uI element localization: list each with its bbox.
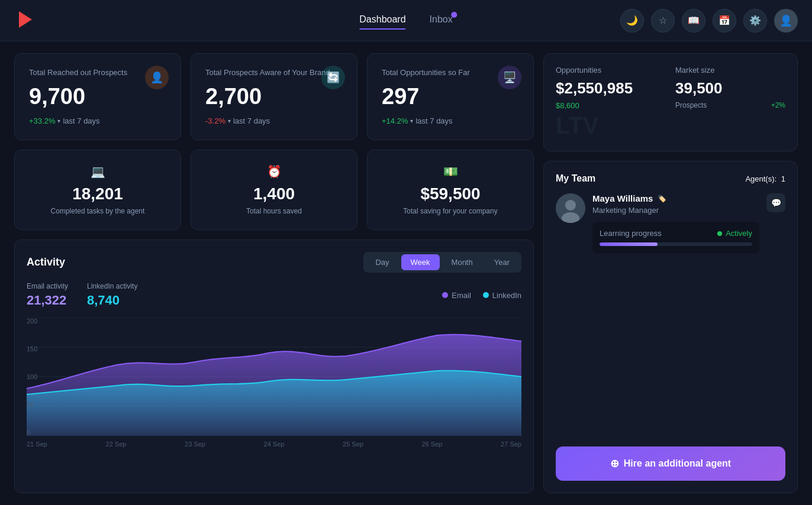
hours-value: 1,400	[253, 184, 295, 203]
change-label-aware: last 7 days	[233, 116, 270, 125]
email-activity-value: 21,322	[27, 293, 68, 308]
x-label-3: 24 Sep	[264, 441, 285, 448]
stat-change-prospects: +33.2% ▾ last 7 days	[29, 116, 166, 125]
stat-change-aware: -3.2% ▾ last 7 days	[205, 116, 343, 125]
x-label-0: 21 Sep	[27, 441, 47, 448]
calendar-button[interactable]: 📅	[713, 9, 736, 33]
agent-role: Marketing Manager	[592, 206, 759, 215]
header: Dashboard Inbox 🌙 ☆ 📖 📅 ⚙️ 👤	[0, 0, 812, 41]
change-label-prospects: last 7 days	[63, 116, 99, 125]
legend-email: Email	[442, 282, 471, 308]
opportunities-market-card: Opportunities $2,550,985 $8,600 LTV Mark…	[543, 53, 798, 151]
right-column: Opportunities $2,550,985 $8,600 LTV Mark…	[543, 53, 798, 493]
logo[interactable]	[14, 9, 36, 33]
hours-label: Total hours saved	[246, 207, 302, 215]
agent-row: Maya Williams 🏷️ Marketing Manager Learn…	[556, 193, 785, 253]
header-actions: 🌙 ☆ 📖 📅 ⚙️ 👤	[620, 9, 798, 33]
agents-count: Agent(s): 1	[745, 174, 785, 183]
inbox-badge	[452, 12, 457, 18]
chart-title: Activity	[27, 256, 65, 268]
hire-agent-button[interactable]: ⊕ Hire an additional agent	[556, 446, 785, 481]
chart-legend: Email LinkedIn	[442, 282, 521, 308]
opp-value: $2,550,985	[556, 79, 666, 98]
team-title: My Team	[556, 173, 595, 184]
hours-icon: ⏰	[267, 164, 282, 179]
linkedin-activity-value: 8,740	[87, 293, 137, 308]
user-avatar[interactable]: 👤	[774, 9, 798, 33]
period-year[interactable]: Year	[485, 254, 519, 270]
linkedin-activity-label: LinkedIn activity	[87, 282, 137, 290]
change-label-opp: last 7 days	[415, 116, 452, 125]
docs-button[interactable]: 📖	[682, 9, 705, 33]
stat-value-opp: 297	[382, 84, 519, 109]
agent-name-row: Maya Williams 🏷️	[592, 193, 759, 203]
progress-bar	[600, 242, 752, 246]
change-pct-aware: -3.2%	[205, 116, 225, 125]
status-dot	[717, 231, 722, 236]
stat-value-aware: 2,700	[205, 84, 343, 109]
period-month[interactable]: Month	[442, 254, 482, 270]
market-section: Market size 39,500 Prospects +2%	[675, 66, 785, 139]
market-sub-change: +2%	[771, 101, 785, 109]
period-selector: Day Week Month Year	[363, 252, 521, 273]
legend-dot-linkedin	[483, 292, 489, 298]
mid-card-tasks: 💻 18,201 Completed tasks by the agent	[14, 150, 181, 230]
main-nav: Dashboard Inbox	[359, 14, 452, 27]
tasks-icon: 💻	[91, 164, 105, 179]
market-value: 39,500	[675, 79, 785, 98]
hire-label: Hire an additional agent	[624, 458, 731, 469]
chart-stats-row: Email activity 21,322 LinkedIn activity …	[27, 282, 521, 308]
top-stat-cards: Total Reached out Prospects 9,700 +33.2%…	[14, 53, 534, 140]
x-label-6: 27 Sep	[501, 441, 521, 448]
x-label-1: 22 Sep	[106, 441, 127, 448]
linkedin-activity-stat: LinkedIn activity 8,740	[87, 282, 137, 308]
progress-header: Learning progress Actively	[600, 229, 752, 238]
activity-chart-card: Activity Day Week Month Year Email activ…	[14, 239, 534, 493]
dark-mode-button[interactable]: 🌙	[620, 9, 644, 33]
savings-icon: 💵	[443, 164, 458, 179]
stat-value-prospects: 9,700	[29, 84, 166, 109]
period-week[interactable]: Week	[401, 254, 440, 270]
chart-svg-area: 200 150 100 50 0	[27, 318, 521, 436]
chart-header: Activity Day Week Month Year	[27, 252, 521, 273]
x-label-2: 23 Sep	[185, 441, 205, 448]
savings-value: $59,500	[420, 184, 480, 203]
team-header: My Team Agent(s): 1	[556, 173, 785, 184]
agent-info: Maya Williams 🏷️ Marketing Manager Learn…	[592, 193, 759, 253]
favorites-button[interactable]: ☆	[651, 9, 675, 33]
market-label: Market size	[675, 66, 785, 75]
settings-button[interactable]: ⚙️	[743, 9, 767, 33]
x-label-4: 25 Sep	[343, 441, 363, 448]
activity-svg	[27, 318, 521, 436]
tasks-label: Completed tasks by the agent	[51, 207, 145, 215]
mid-card-hours: ⏰ 1,400 Total hours saved	[191, 150, 357, 230]
main-content: Total Reached out Prospects 9,700 +33.2%…	[0, 41, 812, 505]
card-icon-prospects: 👤	[145, 66, 169, 89]
opp-label: Opportunities	[556, 66, 666, 75]
email-activity-label: Email activity	[27, 282, 68, 290]
card-icon-opp: 🖥️	[498, 66, 521, 89]
svg-point-6	[565, 200, 576, 211]
x-axis-labels: 21 Sep 22 Sep 23 Sep 24 Sep 25 Sep 26 Se…	[27, 441, 521, 448]
period-day[interactable]: Day	[366, 254, 398, 270]
progress-bar-fill	[600, 242, 658, 246]
market-sub-row: Prospects +2%	[675, 101, 785, 109]
mid-stat-cards: 💻 18,201 Completed tasks by the agent ⏰ …	[14, 150, 534, 230]
card-icon-aware: 🔄	[321, 66, 345, 89]
progress-status: Actively	[717, 229, 752, 238]
legend-linkedin: LinkedIn	[483, 282, 521, 308]
change-pct-prospects: +33.2%	[29, 116, 55, 125]
svg-marker-0	[19, 11, 32, 28]
market-sub-label: Prospects	[675, 101, 707, 109]
agent-avatar	[556, 193, 585, 223]
opportunities-section: Opportunities $2,550,985 $8,600 LTV	[556, 66, 666, 139]
stat-card-prospects: Total Reached out Prospects 9,700 +33.2%…	[14, 53, 181, 140]
nav-dashboard[interactable]: Dashboard	[359, 14, 405, 27]
opp-sub: $8,600	[556, 101, 666, 110]
x-label-5: 26 Sep	[422, 441, 443, 448]
agent-chat-button[interactable]: 💬	[766, 193, 785, 212]
stat-change-opp: +14.2% ▾ last 7 days	[382, 116, 519, 125]
stat-card-aware: Total Prospects Aware of Your Brand 2,70…	[191, 53, 357, 140]
nav-inbox[interactable]: Inbox	[430, 14, 453, 27]
my-team-card: My Team Agent(s): 1 Maya Williams	[543, 161, 798, 493]
